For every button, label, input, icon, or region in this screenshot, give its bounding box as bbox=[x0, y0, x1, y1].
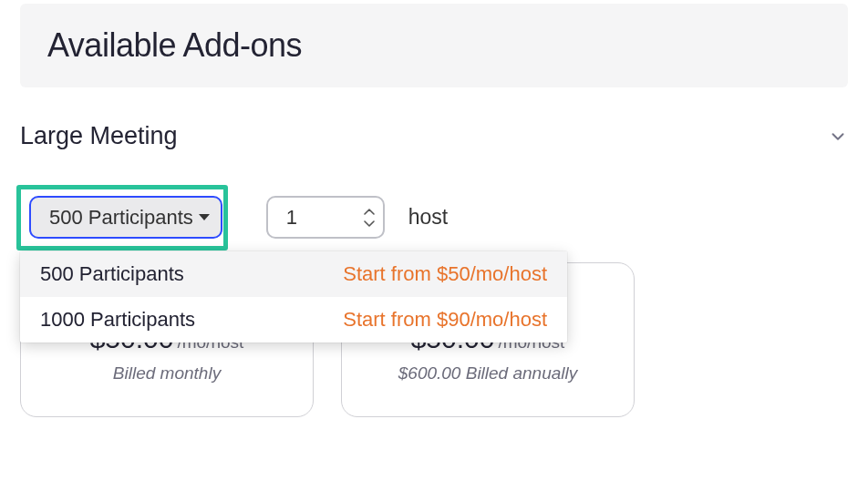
controls-row: 500 Participants 1 host 500 Participants… bbox=[20, 190, 868, 239]
option-label: 500 Participants bbox=[40, 262, 184, 286]
section-row[interactable]: Large Meeting bbox=[20, 122, 848, 150]
host-count-value: 1 bbox=[286, 206, 297, 230]
chevron-down-icon[interactable] bbox=[828, 127, 848, 147]
stepper-up-button[interactable] bbox=[361, 205, 377, 218]
page-title: Available Add-ons bbox=[47, 26, 302, 64]
host-count-stepper[interactable]: 1 bbox=[266, 196, 385, 239]
card-note: Billed monthly bbox=[113, 363, 221, 383]
option-label: 1000 Participants bbox=[40, 308, 195, 332]
page-header: Available Add-ons bbox=[20, 4, 848, 87]
option-price: Start from $50/mo/host bbox=[343, 262, 547, 286]
card-note: $600.00 Billed annually bbox=[398, 363, 578, 383]
stepper-down-button[interactable] bbox=[361, 218, 377, 230]
dropdown-option-1000[interactable]: 1000 Participants Start from $90/mo/host bbox=[20, 297, 567, 343]
participants-dropdown-menu: 500 Participants Start from $50/mo/host … bbox=[20, 251, 567, 343]
participants-dropdown[interactable]: 500 Participants bbox=[29, 196, 222, 239]
host-unit-label: host bbox=[408, 205, 448, 230]
caret-down-icon bbox=[199, 214, 210, 220]
section-title: Large Meeting bbox=[20, 122, 178, 150]
dropdown-option-500[interactable]: 500 Participants Start from $50/mo/host bbox=[20, 251, 567, 297]
option-price: Start from $90/mo/host bbox=[343, 308, 547, 332]
stepper-buttons bbox=[361, 205, 377, 230]
dropdown-selected-label: 500 Participants bbox=[49, 206, 193, 230]
